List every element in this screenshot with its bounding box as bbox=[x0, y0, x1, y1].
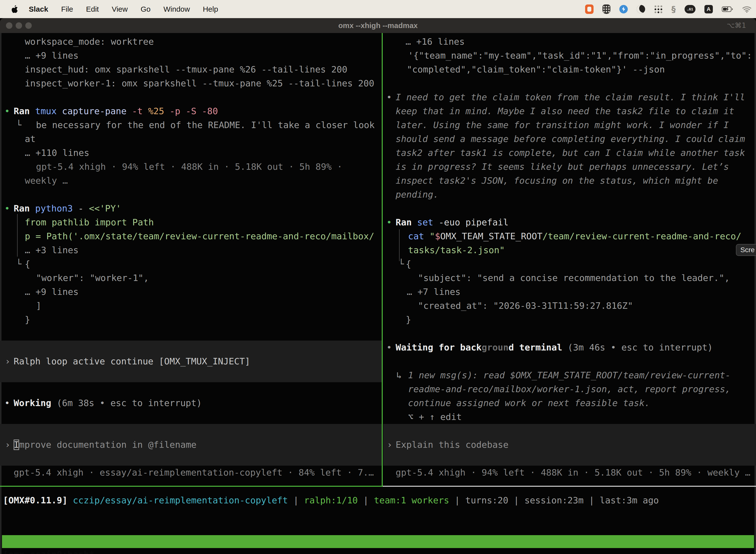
output-line: inspect_worker-1: omx sparkshell --tmux-… bbox=[0, 76, 756, 90]
pane-border-bottom-right bbox=[383, 486, 756, 487]
output-line: '{"team_name":"my-team","task_id":"1","f… bbox=[0, 49, 756, 63]
line-bullet: • bbox=[386, 90, 392, 104]
command-line: •Ran python3 - <<'PY' bbox=[0, 202, 756, 215]
ralph-loop-banner: ›Ralph loop active continue [OMX_TMUX_IN… bbox=[0, 354, 756, 368]
code-line: tasks/task-2.json" bbox=[0, 243, 756, 257]
tmux-session-label: [omx-cczip0:bash* bbox=[3, 548, 94, 554]
menu-item-window[interactable]: Window bbox=[164, 5, 190, 13]
waiting-indicator: •Waiting for background terminal (3m 46s… bbox=[0, 340, 756, 354]
thinking-line: should send a message before completing … bbox=[0, 132, 756, 146]
output-line: "completed","claim_token":"claim-token"}… bbox=[0, 63, 756, 76]
window-title-bar: omx --xhigh --madmax ⌥⌘1 bbox=[0, 18, 756, 33]
code-line: cat "$OMX_TEAM_STATE_ROOT/team/review-cu… bbox=[0, 229, 756, 243]
squiggle-icon[interactable]: § bbox=[672, 4, 676, 14]
line-bullet: › bbox=[387, 438, 392, 452]
terminal: workspace_mode: worktree… +9 linesinspec… bbox=[0, 33, 756, 554]
model-status-line: gpt-5.4 xhigh · 94% left · 488K in · 5.1… bbox=[0, 466, 756, 480]
line-bullet: • bbox=[386, 215, 392, 229]
thinking-line: •I need to get the claim token from the … bbox=[0, 90, 756, 104]
chat-icon[interactable] bbox=[585, 4, 593, 14]
menu-bar: Slack FileEditViewGoWindowHelp § ..61 A bbox=[0, 0, 756, 18]
thinking-line: inspect task2's JSON, focusing on the st… bbox=[0, 174, 756, 188]
prompt-input-right[interactable]: ›Explain this codebase bbox=[0, 438, 756, 452]
omx-status-line: [OMX#0.11.9] cczip/essay/ai-reimplementa… bbox=[0, 493, 756, 507]
screenshot-tooltip-label: Scre bbox=[740, 246, 755, 254]
mailbox-message-line: continue assigned work or next feasible … bbox=[0, 396, 756, 410]
command-line: •Ran set -euo pipefail bbox=[0, 215, 756, 229]
window-shortcut: ⌥⌘1 bbox=[727, 18, 746, 33]
line-bullet: › bbox=[5, 354, 10, 368]
thinking-line: later. Using the same for transition mig… bbox=[0, 118, 756, 132]
thinking-line: pending. bbox=[0, 188, 756, 202]
screen: { "menubar": { "app_name": "Slack", "ite… bbox=[0, 0, 756, 554]
menu-item-go[interactable]: Go bbox=[141, 5, 150, 13]
menu-status-cluster: § ..61 A bbox=[585, 0, 752, 18]
blue-badge-icon[interactable] bbox=[619, 5, 628, 13]
wifi-icon[interactable] bbox=[742, 6, 752, 13]
thinking-line: is in progress? It seems likely but perh… bbox=[0, 160, 756, 174]
line-bullet: • bbox=[4, 202, 10, 215]
menu-item-help[interactable]: Help bbox=[203, 5, 218, 13]
tmux-status-bar: [omx-cczip0:bash* "MacBook-Pro-44.local"… bbox=[2, 535, 754, 548]
menu-item-edit[interactable]: Edit bbox=[86, 5, 99, 13]
thinking-line: keep that in mind. Maybe I also need the… bbox=[0, 104, 756, 118]
edit-hint: ⌥ + ↑ edit bbox=[0, 410, 756, 424]
apple-icon bbox=[11, 5, 18, 13]
battery-icon[interactable] bbox=[722, 6, 733, 12]
crescent-icon[interactable] bbox=[637, 5, 645, 13]
apple-menu[interactable] bbox=[11, 5, 18, 13]
menu-item-view[interactable]: View bbox=[112, 5, 127, 13]
mailbox-message-line: readme-and-reco/mailbox/worker-1.json, a… bbox=[0, 382, 756, 396]
thinking-line: task2 after task1 is complete, but can I… bbox=[0, 146, 756, 160]
screenshot-tooltip[interactable]: Scre bbox=[736, 244, 756, 256]
output-line: … +7 lines bbox=[0, 285, 756, 299]
input-source-icon[interactable]: A bbox=[704, 5, 713, 13]
mailbox-message-line: ↳1 new msg(s): read $OMX_TEAM_STATE_ROOT… bbox=[0, 368, 756, 382]
shield-icon[interactable] bbox=[603, 4, 611, 14]
output-line: "subject": "send a concise recommendatio… bbox=[0, 271, 756, 285]
badge-61-icon[interactable]: ..61 bbox=[685, 5, 695, 13]
window-title: omx --xhigh --madmax bbox=[0, 18, 756, 33]
output-line: } bbox=[0, 313, 756, 327]
output-line: … +16 lines bbox=[0, 35, 756, 49]
dot-grid-icon[interactable] bbox=[654, 5, 663, 13]
output-line: "created_at": "2026-03-31T11:59:27.816Z" bbox=[0, 299, 756, 313]
pane-border-bottom-left bbox=[0, 486, 383, 487]
menu-item-app[interactable]: Slack bbox=[29, 5, 48, 13]
menu-item-file[interactable]: File bbox=[61, 5, 73, 13]
line-bullet: ↳ bbox=[396, 368, 402, 382]
line-bullet: • bbox=[386, 340, 392, 354]
line-bullet: └ bbox=[398, 257, 404, 271]
output-line: └{ bbox=[0, 257, 756, 271]
